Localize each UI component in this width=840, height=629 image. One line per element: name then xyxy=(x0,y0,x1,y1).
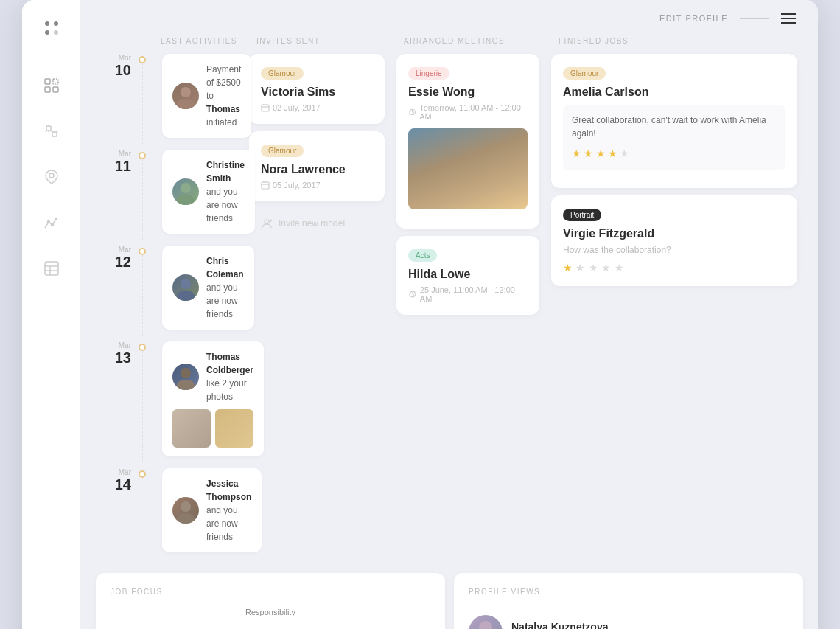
card-name-2: Nora Lawrence xyxy=(261,163,373,176)
svg-point-43 xyxy=(177,380,195,390)
review-bubble-1: Great collaboration, can't wait to work … xyxy=(563,105,785,170)
sidebar-location-icon[interactable] xyxy=(40,165,63,189)
svg-point-40 xyxy=(181,279,191,289)
sidebar-chart-icon[interactable] xyxy=(40,211,63,234)
viewer-row-1[interactable]: Natalya Kuznetzova 8 min ago xyxy=(469,608,788,629)
arranged-meetings-column: ARRANGED MEETINGS Lingerie Essie Wong To… xyxy=(391,37,545,315)
viewer-info-1: Natalya Kuznetzova 8 min ago xyxy=(511,621,608,629)
tag-glamour-job: Glamour xyxy=(563,67,606,80)
tag-glamour-2: Glamour xyxy=(261,145,304,157)
timeline-dot xyxy=(139,56,146,63)
invite-new-button[interactable]: Invite new model xyxy=(249,209,385,238)
activity-group-mar11: Mar 11 xyxy=(102,150,237,240)
activity-group-mar10: Mar 10 xyxy=(102,54,237,144)
svg-point-37 xyxy=(177,99,195,109)
job-focus-card: JOB FOCUS Responsibility Leadership Coop… xyxy=(96,573,445,629)
activity-date-mar10: Mar 10 xyxy=(102,54,139,144)
svg-rect-23 xyxy=(262,182,269,189)
activity-text-1: Payment of $2500 to Thomas initiated xyxy=(206,63,241,129)
invites-sent-column: INVITES SENT Glamour Victoria Sims xyxy=(243,37,391,315)
profile-views-label: PROFILE VIEWS xyxy=(469,588,788,596)
job-name-1: Amelia Carlson xyxy=(563,86,785,99)
activity-avatar-1 xyxy=(172,83,199,109)
main-content: EDIT PROFILE INVITES SENT Glamour Victor… xyxy=(81,0,818,629)
svg-point-12 xyxy=(47,221,49,223)
page-layout: INVITES SENT Glamour Victoria Sims xyxy=(81,37,818,629)
meeting-card-2: Acts Hilda Lowe 25 June, 11:00 AM - 12:0… xyxy=(396,236,539,315)
job-card-2: Portrait Virgie Fitzgerald How was the c… xyxy=(551,195,797,286)
invites-sent-header: INVITES SENT xyxy=(249,37,385,54)
svg-point-39 xyxy=(177,195,195,205)
meeting-datetime-1: Tomorrow, 11:00 AM - 12:00 AM xyxy=(408,103,528,121)
profile-views-card: PROFILE VIEWS Natalya Kuznetzova 8 min a… xyxy=(454,573,803,629)
edit-profile-button[interactable]: EDIT PROFILE xyxy=(659,14,728,23)
collab-question: How was the collaboration? xyxy=(563,245,785,255)
menu-button[interactable] xyxy=(781,13,796,24)
sidebar-scan-icon[interactable] xyxy=(40,119,63,143)
finished-jobs-header: FINISHED JOBS xyxy=(551,37,797,54)
invite-new-label: Invite new model xyxy=(279,218,345,229)
tag-acts: Acts xyxy=(408,249,437,262)
header: EDIT PROFILE xyxy=(81,0,818,37)
tag-portrait: Portrait xyxy=(563,209,601,221)
svg-point-38 xyxy=(181,183,191,193)
card-date-2: 05 July, 2017 xyxy=(261,181,373,190)
sidebar-grid-icon[interactable] xyxy=(40,74,63,97)
svg-rect-15 xyxy=(45,262,58,275)
svg-point-14 xyxy=(55,218,57,220)
svg-rect-4 xyxy=(45,79,50,84)
job-card-1: Glamour Amelia Carlson Great collaborati… xyxy=(551,54,797,188)
activity-group-mar12: Mar 12 xyxy=(102,246,237,336)
svg-point-44 xyxy=(181,501,191,512)
sidebar xyxy=(22,0,81,629)
job-name-2: Virgie Fitzgerald xyxy=(563,227,785,240)
activity-avatar-3 xyxy=(172,274,199,301)
svg-point-63 xyxy=(479,621,492,629)
meeting-image xyxy=(408,128,528,209)
svg-point-3 xyxy=(54,30,58,35)
header-divider xyxy=(740,18,769,19)
card-date-1: 02 July, 2017 xyxy=(261,103,373,112)
svg-point-13 xyxy=(51,224,53,226)
svg-rect-6 xyxy=(45,87,50,92)
tag-glamour-1: Glamour xyxy=(261,67,304,80)
review-text-1: Great collaboration, can't wait to work … xyxy=(572,115,766,139)
svg-point-27 xyxy=(265,220,269,224)
photo-thumb-2 xyxy=(215,409,253,448)
svg-point-45 xyxy=(177,513,195,524)
invite-card-1: Glamour Victoria Sims 02 July, 2017 xyxy=(249,54,385,124)
arranged-meetings-header: ARRANGED MEETINGS xyxy=(396,37,539,54)
job-focus-label: JOB FOCUS xyxy=(111,588,430,596)
meeting-datetime-2: 25 June, 11:00 AM - 12:00 AM xyxy=(408,285,528,303)
logo xyxy=(38,15,65,44)
axis-responsibility: Responsibility xyxy=(245,608,295,616)
activity-group-mar13: Mar 13 xyxy=(102,341,237,462)
activity-avatar-4 xyxy=(172,364,199,390)
radar-chart: 38 xyxy=(197,622,344,629)
photo-thumb-1 xyxy=(172,409,211,448)
svg-point-42 xyxy=(181,368,191,378)
meeting-card-1: Lingerie Essie Wong Tomorrow, 11:00 AM -… xyxy=(396,54,539,229)
activity-avatar-5 xyxy=(172,497,199,524)
activity-avatar-2 xyxy=(172,178,199,205)
invite-card-2: Glamour Nora Lawrence 05 July, 2017 xyxy=(249,131,385,201)
viewer-avatar-1 xyxy=(469,615,503,629)
svg-point-2 xyxy=(45,30,49,35)
viewer-name-1: Natalya Kuznetzova xyxy=(511,621,608,629)
svg-point-1 xyxy=(54,21,58,26)
svg-point-0 xyxy=(45,21,49,26)
stars-2: ★ ★ ★ ★ ★ xyxy=(563,261,785,274)
svg-line-32 xyxy=(413,112,414,113)
svg-rect-8 xyxy=(46,126,51,131)
svg-line-35 xyxy=(413,294,414,295)
photo-row xyxy=(172,409,253,448)
top-section: INVITES SENT Glamour Victoria Sims xyxy=(96,37,803,564)
activity-group-mar14: Mar 14 Jes xyxy=(102,468,237,558)
svg-point-11 xyxy=(49,173,54,178)
sidebar-table-icon[interactable] xyxy=(40,257,63,280)
meeting-name-2: Hilda Lowe xyxy=(408,268,528,281)
meeting-name-1: Essie Wong xyxy=(408,86,528,99)
svg-point-36 xyxy=(181,87,191,97)
stars-1: ★ ★ ★ ★ ★ xyxy=(572,146,777,161)
last-activities-column: LAST ACTIVITIES Mar 10 xyxy=(96,37,243,564)
